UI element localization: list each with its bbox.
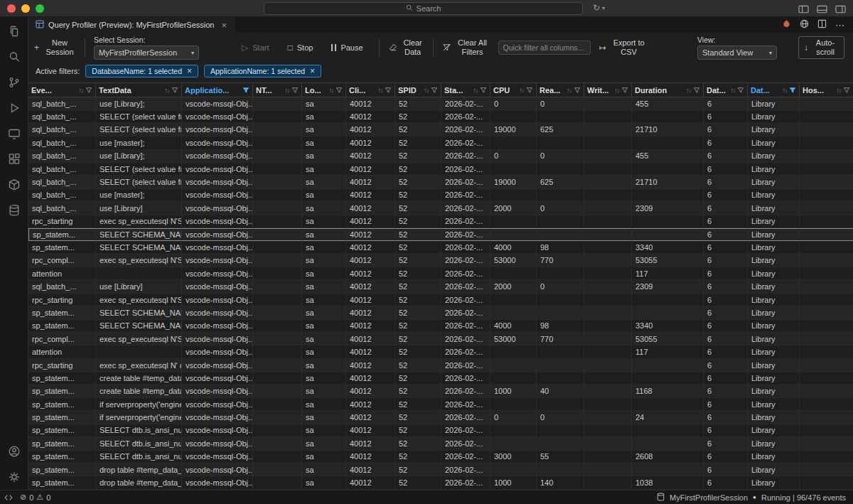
cell-application[interactable]: vscode-mssql-Obj... <box>182 124 253 136</box>
cell-event[interactable]: sp_statem... <box>28 398 96 411</box>
cell-text[interactable] <box>96 267 182 280</box>
cell-cpu[interactable] <box>490 398 537 411</box>
quick-filter-input[interactable] <box>498 41 591 55</box>
cell-writes[interactable] <box>584 463 632 476</box>
cell-writes[interactable] <box>584 359 632 372</box>
cell-login[interactable]: sa <box>302 398 346 411</box>
cell-start_time[interactable]: 2026-02-... <box>441 306 490 319</box>
cell-reads[interactable]: 98 <box>537 320 584 333</box>
column-header-nt_user[interactable]: NT...↑↓ <box>253 82 302 97</box>
cell-login[interactable]: sa <box>302 424 346 437</box>
cell-event[interactable]: sql_batch_... <box>28 189 96 202</box>
cell-application[interactable]: vscode-mssql-Obj... <box>182 228 253 241</box>
cell-reads[interactable]: 0 <box>537 280 584 293</box>
cell-cpu[interactable] <box>490 228 537 241</box>
cell-db_name[interactable]: Library <box>748 306 800 319</box>
cell-client_pid[interactable]: 40012 <box>346 176 395 188</box>
flame-icon[interactable] <box>782 19 791 31</box>
sort-icon[interactable]: ↑↓ <box>783 87 788 94</box>
filter-icon[interactable] <box>621 87 628 94</box>
cell-spid[interactable]: 52 <box>395 424 441 437</box>
cell-cpu[interactable] <box>490 294 537 306</box>
cell-cpu[interactable] <box>490 163 537 176</box>
cell-writes[interactable] <box>584 228 632 241</box>
cell-db_id[interactable]: 6 <box>704 437 748 450</box>
cell-client_pid[interactable]: 40012 <box>346 306 395 319</box>
cell-host[interactable] <box>800 306 853 319</box>
cell-start_time[interactable]: 2026-02-... <box>441 359 490 372</box>
cell-event[interactable]: rpc_starting <box>28 215 96 228</box>
cell-application[interactable]: vscode-mssql-Obj... <box>182 110 253 123</box>
cell-reads[interactable] <box>537 163 584 176</box>
cell-nt_user[interactable] <box>253 306 302 319</box>
cell-nt_user[interactable] <box>253 437 302 450</box>
cell-login[interactable]: sa <box>302 215 346 228</box>
cell-db_id[interactable]: 6 <box>704 385 748 398</box>
cell-cpu[interactable] <box>490 267 537 280</box>
cell-event[interactable]: sql_batch_... <box>28 97 96 110</box>
cell-db_id[interactable]: 6 <box>704 424 748 437</box>
session-select[interactable]: MyFirstProfilerSession ▾ <box>94 45 199 60</box>
cell-client_pid[interactable]: 40012 <box>346 254 395 267</box>
sort-icon[interactable]: ↑↓ <box>567 87 572 94</box>
cell-duration[interactable] <box>632 228 704 241</box>
filter-icon[interactable] <box>85 87 92 94</box>
cell-start_time[interactable]: 2026-02-... <box>441 163 490 176</box>
cell-login[interactable]: sa <box>302 294 346 306</box>
cell-db_name[interactable]: Library <box>748 463 800 476</box>
cell-reads[interactable]: 0 <box>537 411 584 424</box>
cell-duration[interactable] <box>632 463 704 476</box>
filter-icon[interactable] <box>171 87 178 94</box>
table-row[interactable]: sql_batch_...SELECT (select value from .… <box>28 110 853 123</box>
cell-application[interactable]: vscode-mssql-Obj... <box>182 463 253 476</box>
cell-event[interactable]: rpc_starting <box>28 359 96 372</box>
problems-indicator[interactable]: ⊘ 0 ⚠ 0 <box>20 493 50 502</box>
cell-cpu[interactable] <box>490 110 537 123</box>
table-row[interactable]: sql_batch_...use [Library]vscode-mssql-O… <box>28 202 853 215</box>
cell-spid[interactable]: 52 <box>395 189 441 202</box>
filter-icon[interactable] <box>737 87 744 94</box>
cell-nt_user[interactable] <box>253 97 302 110</box>
cell-client_pid[interactable]: 40012 <box>346 476 395 489</box>
cell-application[interactable]: vscode-mssql-Obj... <box>182 163 253 176</box>
cell-start_time[interactable]: 2026-02-... <box>441 267 490 280</box>
cell-text[interactable]: use [Library] <box>96 202 182 215</box>
cell-host[interactable] <box>800 176 853 188</box>
sort-icon[interactable]: ↑↓ <box>424 87 429 94</box>
cell-nt_user[interactable] <box>253 254 302 267</box>
export-csv-button[interactable]: ↦ Export to CSV <box>599 38 648 57</box>
cell-event[interactable]: sql_batch_... <box>28 110 96 123</box>
cell-nt_user[interactable] <box>253 241 302 254</box>
cell-nt_user[interactable] <box>253 333 302 345</box>
table-row[interactable]: sql_batch_...SELECT (select value from .… <box>28 176 853 188</box>
cell-nt_user[interactable] <box>253 163 302 176</box>
cell-db_id[interactable]: 6 <box>704 150 748 163</box>
cell-duration[interactable]: 1038 <box>632 476 704 489</box>
cell-start_time[interactable]: 2026-02-... <box>441 294 490 306</box>
cell-cpu[interactable]: 4000 <box>490 241 537 254</box>
cell-text[interactable]: SELECT (select value from ... <box>96 124 182 136</box>
cell-application[interactable]: vscode-mssql-Obj... <box>182 267 253 280</box>
cell-event[interactable]: sp_statem... <box>28 476 96 489</box>
cell-event[interactable]: sp_statem... <box>28 241 96 254</box>
cell-login[interactable]: sa <box>302 451 346 463</box>
cell-writes[interactable] <box>584 189 632 202</box>
cell-client_pid[interactable]: 40012 <box>346 424 395 437</box>
cell-nt_user[interactable] <box>253 320 302 333</box>
cell-writes[interactable] <box>584 411 632 424</box>
cell-start_time[interactable]: 2026-02-... <box>441 110 490 123</box>
cell-start_time[interactable]: 2026-02-... <box>441 228 490 241</box>
cell-application[interactable]: vscode-mssql-Obj... <box>182 306 253 319</box>
cell-spid[interactable]: 52 <box>395 150 441 163</box>
cell-duration[interactable]: 1168 <box>632 385 704 398</box>
cell-client_pid[interactable]: 40012 <box>346 398 395 411</box>
cell-client_pid[interactable]: 40012 <box>346 124 395 136</box>
cell-host[interactable] <box>800 320 853 333</box>
cell-db_id[interactable]: 6 <box>704 254 748 267</box>
cell-reads[interactable]: 625 <box>537 124 584 136</box>
cell-login[interactable]: sa <box>302 359 346 372</box>
cell-client_pid[interactable]: 40012 <box>346 385 395 398</box>
cell-client_pid[interactable]: 40012 <box>346 150 395 163</box>
cell-nt_user[interactable] <box>253 385 302 398</box>
cell-text[interactable]: exec sp_executesql N' crea... <box>96 359 182 372</box>
